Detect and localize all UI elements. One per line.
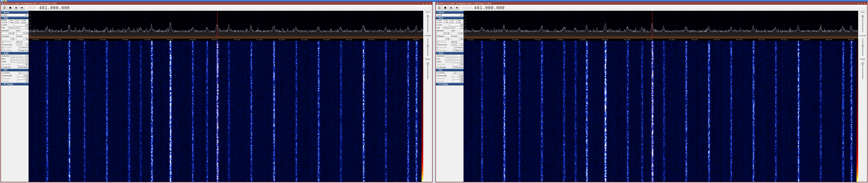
mode-radio-wfm[interactable]: WFM (2, 22, 9, 23)
step-size-select[interactable]: 12.5 kHz ▼ (451, 44, 463, 46)
contrast-slider[interactable] (862, 38, 863, 56)
latency-input[interactable]: 100 (453, 63, 463, 66)
slider-thumb[interactable] (862, 45, 864, 47)
use-hang-checkbox[interactable]: Use Hang (19, 72, 28, 74)
shift-checkbox[interactable]: Shift (437, 24, 442, 26)
mode-radio-am[interactable]: AM (443, 20, 449, 21)
stop-button[interactable] (443, 5, 448, 10)
filter-select[interactable]: Blackman-Harris 4 ▼ (443, 27, 463, 29)
titlebar[interactable]: SDR# v1.0.0.1328 - IQ Imbalance Gain = 1… (1, 2, 432, 5)
mode-radio-usb[interactable]: USB (456, 20, 462, 21)
cw-shift-input[interactable]: 600 (16, 38, 28, 40)
lock-carrier-checkbox[interactable]: Lock carrier (437, 47, 447, 48)
anti-fading-checkbox[interactable]: Anti-Fading (437, 50, 446, 51)
minimize-button[interactable]: – (857, 3, 860, 4)
fm-stereo-checkbox[interactable]: FM Stereo (2, 41, 11, 43)
decay-input[interactable]: 100 (453, 77, 463, 80)
settings-button[interactable] (448, 5, 454, 10)
close-button[interactable]: × (428, 3, 431, 4)
audio-input-select[interactable]: [MME] Microsoft Soun ▼ (10, 57, 28, 60)
fft-display-panel-header[interactable]: ▼ FFT Display (436, 83, 464, 85)
maximize-button[interactable]: □ (860, 3, 863, 4)
agc-panel-header[interactable]: ▼ AGC (1, 69, 29, 71)
mode-radio-usb[interactable]: USB (21, 20, 27, 21)
filter-audio-checkbox[interactable]: Filter Audio (453, 67, 463, 68)
samplerate-select[interactable]: 48000 sample/sec ▼ (10, 55, 28, 57)
mode-radio-cw[interactable]: CW (449, 22, 456, 23)
maximize-button[interactable]: □ (425, 3, 428, 4)
mode-radio-raw[interactable]: RAW (21, 22, 27, 23)
samplerate-select[interactable]: 48000 sample/sec ▼ (445, 55, 463, 57)
squelch-input[interactable]: 75 (2, 38, 14, 40)
mode-radio-am[interactable]: AM (9, 20, 14, 21)
titlebar[interactable]: SDR# v1.0.0.1328 - IQ Imbalance Gain = 1… (436, 2, 867, 5)
filter-select[interactable]: Blackman-Harris 4 ▼ (8, 27, 28, 29)
slider-thumb[interactable] (862, 63, 864, 64)
range-slider[interactable] (428, 61, 428, 79)
step-size-select[interactable]: 12.5 kHz ▼ (16, 44, 28, 46)
use-agc-checkbox[interactable]: Use AGC (437, 72, 445, 74)
swap-iq-checkbox[interactable]: Swap I & Q (18, 50, 28, 51)
decay-input[interactable]: 100 (18, 77, 28, 80)
audio-panel-header[interactable]: ▼ Audio (1, 52, 29, 54)
spectrum-display[interactable] (464, 11, 858, 38)
snap-to-grid-checkbox[interactable]: Snap to grid (437, 44, 447, 46)
squelch-input[interactable]: 75 (437, 38, 449, 40)
cw-shift-input[interactable]: 600 (451, 38, 463, 40)
slider-thumb[interactable] (427, 63, 429, 64)
use-agc-checkbox[interactable]: Use AGC (2, 72, 10, 74)
slider-thumb[interactable] (427, 45, 429, 47)
mode-radio-cw[interactable]: CW (14, 22, 21, 23)
squelch-checkbox[interactable]: Squelch (2, 35, 9, 37)
volume-button[interactable] (20, 5, 25, 10)
shift-checkbox[interactable]: Shift (2, 24, 7, 26)
mode-radio-dsb[interactable]: DSB (443, 22, 449, 23)
audio-output-select[interactable]: [MME] Microsoft Soun ▼ (10, 60, 28, 63)
frequency-display[interactable]: 000.481.000.000 (463, 5, 505, 10)
menu-button[interactable] (437, 5, 442, 10)
mode-radio-dsb[interactable]: DSB (9, 22, 14, 23)
bandwidth-input[interactable]: 8000 (437, 32, 449, 34)
volume-button[interactable] (454, 5, 460, 10)
slider-thumb[interactable] (862, 16, 864, 17)
frequency-display[interactable]: 000.481.000.000 (28, 5, 70, 10)
close-button[interactable]: × (863, 3, 866, 4)
correct-iq-checkbox[interactable]: Correct IQ (454, 47, 463, 48)
source-panel-header[interactable]: ▼ Source (436, 11, 464, 14)
fm-stereo-checkbox[interactable]: FM Stereo (437, 41, 446, 43)
range-slider[interactable] (862, 61, 863, 79)
correct-iq-checkbox[interactable]: Correct IQ (19, 47, 28, 48)
agc-panel-header[interactable]: ▼ AGC (436, 69, 464, 71)
threshold-input[interactable]: -50 (18, 74, 28, 77)
waterfall-display[interactable] (29, 41, 423, 182)
use-hang-checkbox[interactable]: Use Hang (454, 72, 463, 74)
shift-input[interactable]: 0 (14, 24, 28, 26)
settings-button[interactable] (13, 5, 19, 10)
snap-to-grid-checkbox[interactable]: Snap to grid (2, 44, 12, 46)
slider-thumb[interactable] (427, 16, 429, 17)
zoom-slider[interactable] (428, 15, 428, 32)
bandwidth-input[interactable]: 8000 (2, 32, 14, 34)
radio-panel-header[interactable]: ▼ Radio (436, 17, 464, 19)
order-input[interactable]: 500 (451, 32, 463, 34)
lock-carrier-checkbox[interactable]: Lock carrier (2, 47, 12, 48)
swap-iq-checkbox[interactable]: Swap I & Q (453, 50, 463, 51)
mode-radio-lsb[interactable]: LSB (449, 20, 456, 21)
fft-display-panel-header[interactable]: ▼ FFT Display (1, 83, 29, 85)
audio-input-select[interactable]: [MME] Microsoft Soun ▼ (445, 57, 463, 60)
latency-input[interactable]: 100 (18, 63, 28, 66)
source-panel-header[interactable]: ▼ Source (1, 11, 29, 14)
slope-input[interactable]: 0 (18, 80, 28, 82)
mode-radio-wfm[interactable]: WFM (437, 22, 443, 23)
spectrum-display[interactable] (29, 11, 423, 38)
shift-input[interactable]: 0 (449, 24, 463, 26)
mode-radio-lsb[interactable]: LSB (14, 20, 21, 21)
mode-radio-nfm[interactable]: NFM (2, 20, 9, 21)
mode-radio-nfm[interactable]: NFM (437, 20, 443, 21)
radio-panel-header[interactable]: ▼ Radio (1, 17, 29, 19)
unity-gain-checkbox[interactable]: Unity Gain (2, 67, 11, 68)
filter-audio-checkbox[interactable]: Filter Audio (18, 67, 28, 68)
zoom-slider[interactable] (862, 15, 863, 32)
stop-button[interactable] (8, 5, 13, 10)
waterfall-display[interactable] (464, 41, 858, 182)
